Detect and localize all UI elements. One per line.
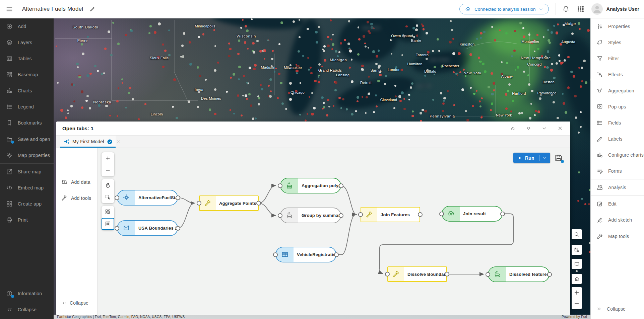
- expand-panel-icon[interactable]: [510, 126, 516, 131]
- map-tool-home-button[interactable]: [572, 274, 582, 284]
- map-tool-search-button[interactable]: [572, 229, 582, 239]
- user-name[interactable]: Analysis User: [606, 6, 639, 12]
- node-port-left[interactable]: [278, 183, 282, 188]
- canvas-tool-minus-button[interactable]: [102, 164, 114, 176]
- model-node-vehicle-registration[interactable]: VehicleRegistrationC...: [275, 247, 336, 262]
- node-port-right[interactable]: [339, 183, 343, 188]
- node-port-right[interactable]: [256, 201, 261, 206]
- sidebar-item-aggregation[interactable]: Aggregation: [591, 83, 644, 99]
- panel-sidebar-collapse-button[interactable]: Collapse: [62, 300, 88, 306]
- model-node-aggregation-polygons[interactable]: Aggregation polygons: [280, 178, 341, 193]
- node-port-left[interactable]: [358, 212, 363, 217]
- model-node-alternative-fuel-stations[interactable]: AlternativeFuelStatio...: [117, 190, 178, 206]
- app-launcher-icon[interactable]: [577, 5, 585, 13]
- menu-icon[interactable]: [5, 5, 13, 13]
- node-port-left[interactable]: [385, 272, 390, 276]
- sidebar-item-properties[interactable]: Properties: [591, 18, 644, 34]
- sidebar-collapse-right[interactable]: Collapse: [591, 301, 644, 317]
- node-port-left[interactable]: [278, 213, 282, 218]
- model-node-usa-boundaries[interactable]: USA Boundaries 202...: [117, 220, 178, 236]
- run-options-chevron[interactable]: [539, 156, 550, 160]
- model-node-join-result[interactable]: Join result: [442, 206, 503, 222]
- sidebar-item-analysis[interactable]: Analysis: [591, 179, 644, 195]
- sidebar-item-filter[interactable]: Filter: [591, 51, 644, 67]
- model-node-group-by-summary[interactable]: Group by summary t...: [280, 208, 341, 223]
- point-feature-dot: [578, 132, 580, 134]
- node-port-right[interactable]: [445, 272, 449, 276]
- notifications-bell-icon[interactable]: [562, 5, 570, 13]
- sidebar-item-bookmarks[interactable]: Bookmarks: [0, 115, 54, 131]
- sidebar-item-create-app[interactable]: Create app: [0, 196, 54, 212]
- sidebar-item-configure-charts[interactable]: Configure charts: [591, 147, 644, 163]
- node-port-right[interactable]: [339, 213, 343, 218]
- minimize-panel-icon[interactable]: [541, 126, 547, 131]
- run-button[interactable]: Run: [513, 153, 550, 163]
- point-feature-dot: [214, 69, 216, 72]
- canvas-tool-plus-button[interactable]: [102, 152, 114, 164]
- edit-title-pencil-icon[interactable]: [89, 6, 95, 12]
- node-port-right[interactable]: [500, 212, 505, 216]
- node-port-right[interactable]: [418, 212, 423, 217]
- dock-panel-icon[interactable]: [526, 126, 531, 131]
- sidebar-item-print[interactable]: Print: [0, 212, 54, 228]
- add-tools-button[interactable]: Add tools: [61, 195, 91, 202]
- sidebar-item-effects[interactable]: Effects: [591, 67, 644, 83]
- tab-my-first-model[interactable]: My First Model: [60, 136, 116, 148]
- sidebar-item-layers[interactable]: Layers: [0, 34, 54, 51]
- node-port-right[interactable]: [334, 252, 339, 257]
- sidebar-item-edit[interactable]: Edit: [591, 196, 644, 212]
- canvas-tool-marquee-button[interactable]: [102, 191, 114, 203]
- sidebar-item-add[interactable]: Add: [0, 18, 54, 34]
- canvas-tool-hand-button[interactable]: [102, 179, 114, 191]
- map-tool-basemap-globe-button[interactable]: [572, 245, 582, 255]
- node-port-left[interactable]: [115, 195, 119, 200]
- node-port-left[interactable]: [486, 272, 490, 277]
- sidebar-item-information[interactable]: Information: [0, 286, 54, 302]
- model-node-dissolve-boundaries[interactable]: Dissolve Boundaries: [387, 266, 447, 282]
- point-feature-dot: [349, 50, 352, 52]
- model-node-dissolved-features[interactable]: Dissolved features: [488, 266, 550, 282]
- node-port-right[interactable]: [547, 272, 552, 277]
- sidebar-item-styles[interactable]: Styles: [591, 34, 644, 51]
- sidebar-item-add-sketch[interactable]: Add sketch: [591, 212, 644, 228]
- sidebar-item-fields[interactable]: Fields: [591, 115, 644, 131]
- sidebar-item-pop-ups[interactable]: Pop-ups: [591, 99, 644, 115]
- add-data-button[interactable]: Add data: [61, 179, 90, 185]
- map-zoom-out-button[interactable]: [572, 298, 582, 309]
- close-panel-icon[interactable]: [557, 126, 563, 131]
- node-port-right[interactable]: [176, 195, 180, 200]
- add-tools-label: Add tools: [71, 195, 91, 201]
- sidebar-item-legend[interactable]: Legend: [0, 99, 54, 115]
- sidebar-item-charts[interactable]: Charts: [0, 83, 54, 99]
- sidebar-item-labels[interactable]: Labels: [591, 131, 644, 147]
- map-label-south-dakota: South Dakota: [73, 25, 99, 29]
- sidebar-item-forms[interactable]: Forms: [591, 163, 644, 179]
- point-feature-dot: [278, 43, 280, 45]
- node-port-left[interactable]: [439, 212, 444, 216]
- collapse-right-icon: [596, 306, 602, 312]
- point-feature-dot: [78, 76, 81, 78]
- sidebar-item-collapse[interactable]: Collapse: [0, 302, 54, 318]
- model-node-aggregate-points[interactable]: Aggregate Points: [199, 195, 259, 211]
- sidebar-item-map-properties[interactable]: Map properties: [0, 147, 54, 163]
- user-avatar[interactable]: [591, 3, 603, 15]
- session-status-button[interactable]: Connected to analysis session: [459, 4, 549, 14]
- map-tool-screen-button[interactable]: [572, 259, 582, 269]
- node-port-left[interactable]: [115, 226, 119, 231]
- sidebar-item-save-and-open[interactable]: Save and open: [0, 131, 54, 147]
- canvas-tool-layout-button[interactable]: [102, 206, 114, 218]
- map-zoom-in-button[interactable]: [572, 287, 582, 298]
- node-port-right[interactable]: [176, 226, 180, 231]
- node-port-left[interactable]: [273, 252, 278, 257]
- sidebar-item-basemap[interactable]: Basemap: [0, 67, 54, 83]
- sidebar-item-share-map[interactable]: Share map: [0, 164, 54, 180]
- node-port-left[interactable]: [197, 201, 201, 206]
- close-tab-icon[interactable]: [117, 140, 120, 144]
- model-node-join-features[interactable]: Join Features: [361, 207, 420, 222]
- sidebar-item-tables[interactable]: Tables: [0, 51, 54, 67]
- sidebar-item-embed-map[interactable]: Embed map: [0, 180, 54, 196]
- canvas-tool-fit-button[interactable]: [102, 218, 114, 230]
- sidebar-item-map-tools[interactable]: Map tools: [591, 228, 644, 244]
- save-model-icon[interactable]: [554, 154, 563, 162]
- point-feature-dot: [357, 96, 359, 99]
